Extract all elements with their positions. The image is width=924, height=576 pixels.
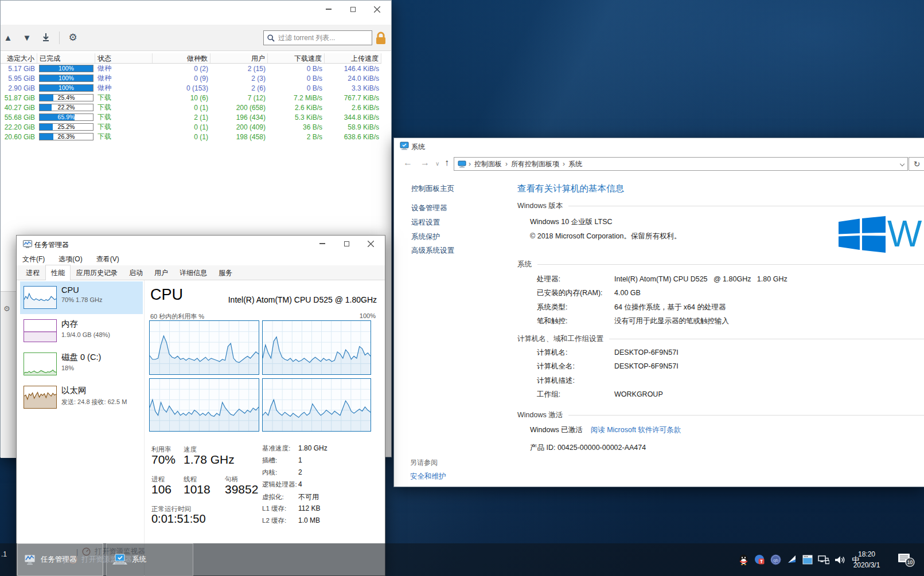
sidebar-link-2[interactable]: 远程设置 (411, 218, 440, 228)
cpu-core4-chart (262, 378, 371, 432)
tab-启动[interactable]: 启动 (123, 265, 149, 280)
tab-服务[interactable]: 服务 (213, 265, 238, 280)
column-header[interactable]: 已完成 (37, 53, 95, 63)
torrent-row[interactable]: 22.20 GiB25.2%下载0 (1)200 (409)36 B/s58.9… (1, 122, 381, 132)
system-titlebar: 系统 (394, 138, 924, 154)
perf-sidebar-item-mem[interactable]: 内存1.9/4.0 GB (48%) (20, 315, 143, 347)
blue-window-icon[interactable] (802, 554, 813, 566)
perf-item-detail: 18% (61, 365, 142, 371)
move-down-icon[interactable]: ▼ (21, 32, 33, 44)
spec-row: 基准速度:1.80 GHz (262, 444, 328, 456)
settings-gear-icon[interactable]: ⚙ (67, 32, 79, 44)
search-icon (267, 34, 275, 42)
column-header[interactable]: 选定大小 (1, 53, 37, 63)
torrent-row[interactable]: 51.87 GiB25.4%下载10 (6)7 (12)7.2 MiB/s767… (1, 93, 381, 103)
cell-peers: 198 (458) (210, 133, 268, 141)
maximize-icon[interactable] (334, 236, 358, 251)
breadcrumb-item[interactable]: 所有控制面板项 (509, 159, 562, 169)
crumb-separator: › (467, 160, 472, 168)
breadcrumb[interactable]: › 控制面板›所有控制面板项›系统 (454, 157, 908, 171)
computer-name-rows: 计算机名:DESKTOP-6F9N57I计算机全名:DESKTOP-6F9N57… (537, 348, 679, 404)
info-value: Intel(R) Atom(TM) CPU D525 @ 1.80GHz 1.8… (614, 275, 787, 283)
cell-status: 下载 (95, 93, 153, 103)
volume-icon[interactable] (834, 554, 845, 566)
uptime-value: 0:01:51:50 (151, 512, 206, 526)
forward-icon[interactable]: → (420, 158, 430, 168)
util-value: 70% (151, 453, 176, 467)
cell-progress: 25.4% (37, 94, 95, 101)
sidebar-link-0[interactable]: 控制面板主页 (411, 184, 454, 194)
close-icon[interactable] (358, 236, 383, 251)
spec-label: L2 缓存: (262, 516, 298, 525)
qq-icon[interactable] (738, 554, 749, 566)
qbittorrent-icon[interactable]: qb (770, 554, 781, 566)
explorer-navbar: ← → ∨ ↑ › 控制面板›所有控制面板项›系统 ↻ (394, 154, 924, 174)
column-header[interactable]: 做种数 (153, 53, 210, 63)
cloud-app-icon[interactable] (754, 554, 765, 566)
up-icon[interactable]: ↑ (445, 158, 449, 168)
perf-sidebar-item-eth[interactable]: 以太网发送: 24.8 接收: 62.5 M (20, 381, 143, 414)
cpu-core3-chart (149, 378, 259, 432)
torrent-row[interactable]: 5.95 GiB100%做种0 (9)2 (3)0 B/s24.0 KiB/s (1, 73, 381, 83)
progress-bar: 100% (39, 65, 93, 72)
sidebar-link-3[interactable]: 系统保护 (411, 232, 440, 242)
move-up-icon[interactable]: ▲ (2, 32, 14, 44)
refresh-icon[interactable]: ↻ (909, 157, 924, 171)
column-header[interactable]: 状态 (95, 53, 153, 63)
torrent-row[interactable]: 2.90 GiB100%做种0 (153)2 (6)0 B/s3.3 KiB/s (1, 83, 381, 93)
network-icon[interactable] (818, 554, 829, 566)
torrent-filter-input[interactable]: 过滤 torrent 列表... (263, 30, 372, 45)
action-center-icon[interactable]: 10 (898, 553, 915, 570)
info-row: 工作组:WORKGROUP (537, 390, 679, 403)
perf-sidebar-item-cpu[interactable]: CPU70% 1.78 GHz (20, 281, 143, 314)
column-header[interactable]: 上传速度 (325, 53, 381, 63)
menu-item[interactable]: 查看(V) (96, 254, 119, 264)
cell-seeds: 0 (9) (153, 75, 210, 83)
gear-doc-icon[interactable]: ⚙ (3, 304, 10, 313)
torrent-table-header[interactable]: 选定大小已完成状态做种数用户下载速度上传速度 (1, 53, 381, 64)
sail-icon[interactable] (786, 554, 797, 566)
move-bottom-icon[interactable] (40, 32, 52, 44)
column-header[interactable]: 下载速度 (268, 53, 325, 63)
taskbar-button-task-manager[interactable]: 任务管理器 (17, 543, 103, 576)
torrent-row[interactable]: 20.60 GiB26.3%下载0 (1)198 (458)2 B/s638.6… (1, 132, 381, 142)
minimize-icon[interactable] (310, 236, 334, 251)
license-terms-link[interactable]: 阅读 Microsoft 软件许可条款 (591, 425, 681, 435)
tab-详细信息[interactable]: 详细信息 (174, 265, 213, 280)
close-icon[interactable] (365, 2, 389, 17)
column-header[interactable]: 用户 (210, 53, 268, 63)
perf-sidebar-item-disk[interactable]: 磁盘 0 (C:)18% (20, 348, 143, 381)
breadcrumb-computer-icon (458, 160, 466, 168)
breadcrumb-item[interactable]: 系统 (566, 159, 584, 169)
torrent-row[interactable]: 55.68 GiB65.9%下载2 (1)196 (434)5.3 KiB/s3… (1, 112, 381, 122)
menu-item[interactable]: 选项(O) (59, 254, 82, 264)
sidebar-link-1[interactable]: 设备管理器 (411, 203, 447, 213)
history-chevron-icon[interactable]: ∨ (435, 160, 439, 167)
lock-icon[interactable] (375, 32, 387, 47)
sidebar-link-4[interactable]: 高级系统设置 (411, 246, 454, 256)
progress-bar: 22.2% (39, 104, 93, 111)
tab-进程[interactable]: 进程 (20, 265, 45, 280)
breadcrumb-item[interactable]: 控制面板 (472, 159, 504, 169)
info-row: 系统类型:64 位操作系统，基于 x64 的处理器 (537, 303, 787, 316)
torrent-row[interactable]: 5.17 GiB100%做种0 (2)2 (15)0 B/s146.4 KiB/… (1, 64, 381, 73)
tab-应用历史记录[interactable]: 应用历史记录 (71, 265, 123, 280)
cell-progress: 22.2% (37, 104, 95, 111)
cell-seeds: 0 (1) (153, 123, 210, 131)
tab-用户[interactable]: 用户 (149, 265, 174, 280)
progress-bar: 65.9% (39, 113, 93, 121)
clock-date: 2020/3/1 (849, 560, 884, 571)
breadcrumb-dropdown-icon[interactable] (900, 162, 905, 167)
maximize-icon[interactable] (341, 2, 365, 17)
back-icon[interactable]: ← (403, 158, 412, 168)
tab-性能[interactable]: 性能 (45, 265, 71, 280)
torrent-row[interactable]: 40.27 GiB22.2%下载0 (1)200 (658)2.6 KiB/s2… (1, 103, 381, 112)
taskbar-clock[interactable]: 18:20 2020/3/1 (849, 549, 884, 571)
menu-item[interactable]: 文件(F) (22, 254, 45, 264)
system-laptop-icon (112, 554, 127, 566)
taskbar-button-system[interactable]: 系统 (106, 543, 193, 576)
security-maintenance-link[interactable]: 安全和维护 (410, 472, 446, 481)
minimize-icon[interactable] (317, 2, 341, 17)
cell-progress: 65.9% (37, 113, 95, 121)
speed-value: 1.78 GHz (184, 453, 235, 467)
